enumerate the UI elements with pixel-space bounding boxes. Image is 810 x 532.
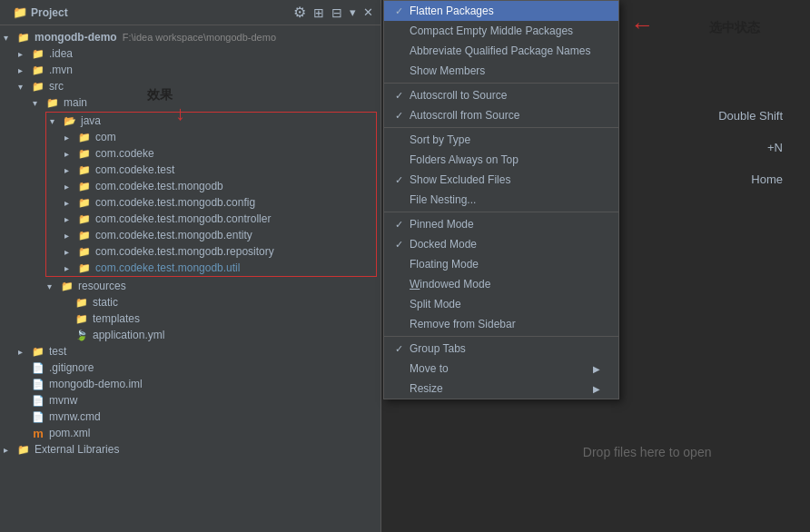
double-shift-label: Double Shift bbox=[718, 109, 783, 123]
folder-icon-main: 📁 bbox=[45, 95, 60, 110]
menu-item-file-nesting[interactable]: File Nesting... bbox=[384, 190, 618, 210]
tree-item-controller[interactable]: 📁 com.codeke.test.mongodb.controller bbox=[46, 211, 376, 227]
tree-item-com-codeke[interactable]: 📁 com.codeke bbox=[46, 145, 376, 162]
tree-item-templates[interactable]: 📁 templates bbox=[0, 310, 380, 327]
file-icon-application-yml: 🍃 bbox=[74, 328, 89, 342]
tree-item-iml[interactable]: 📄 mongodb-demo.iml bbox=[0, 376, 380, 392]
menu-separator-4 bbox=[384, 336, 618, 337]
shortcut-home: Home bbox=[718, 172, 783, 186]
tree-item-mvn[interactable]: 📁 .mvn bbox=[0, 62, 380, 78]
item-label-src: src bbox=[49, 80, 64, 93]
menu-item-docked-mode[interactable]: ✓ Docked Mode bbox=[384, 234, 618, 254]
menu-label-pinned-mode: Pinned Mode bbox=[410, 218, 600, 231]
checkmark-autoscroll-from: ✓ bbox=[395, 110, 410, 122]
menu-item-resize[interactable]: Resize ▶ bbox=[384, 379, 618, 399]
menu-item-compact-empty[interactable]: Compact Empty Middle Packages bbox=[384, 21, 618, 41]
menu-item-abbreviate[interactable]: Abbreviate Qualified Package Names bbox=[384, 41, 618, 61]
tree-item-pom[interactable]: m pom.xml bbox=[0, 425, 380, 441]
menu-item-flatten-packages[interactable]: ✓ Flatten Packages bbox=[384, 1, 618, 21]
tree-item-application-yml[interactable]: 🍃 application.yml bbox=[0, 327, 380, 343]
checkmark-docked: ✓ bbox=[395, 239, 410, 251]
menu-item-show-excluded[interactable]: ✓ Show Excluded Files bbox=[384, 170, 618, 190]
folder-icon-static: 📁 bbox=[74, 295, 89, 310]
menu-item-show-members[interactable]: Show Members bbox=[384, 61, 618, 81]
menu-item-folders-on-top[interactable]: Folders Always on Top bbox=[384, 150, 618, 170]
tree-item-mongodb[interactable]: 📁 com.codeke.test.mongodb bbox=[46, 178, 376, 194]
hide-icon[interactable]: ✕ bbox=[361, 4, 375, 21]
menu-label-file-nesting: File Nesting... bbox=[410, 193, 600, 206]
highlighted-box: 📂 java 📁 com 📁 com.codeke bbox=[45, 112, 377, 277]
menu-item-remove-sidebar[interactable]: Remove from Sidebar bbox=[384, 314, 618, 334]
menu-item-autoscroll-to[interactable]: ✓ Autoscroll to Source bbox=[384, 85, 618, 105]
item-label-application-yml: application.yml bbox=[93, 329, 164, 341]
tree-item-src[interactable]: 📁 src bbox=[0, 78, 380, 94]
tree-item-resources[interactable]: 📁 resources bbox=[0, 278, 380, 294]
tree-item-entity[interactable]: 📁 com.codeke.test.mongodb.entity bbox=[46, 227, 376, 243]
tree-item-com-codeke-test[interactable]: 📁 com.codeke.test bbox=[46, 162, 376, 178]
menu-item-floating-mode[interactable]: Floating Mode bbox=[384, 254, 618, 274]
tree-item-external-libraries[interactable]: 📁 External Libraries bbox=[0, 441, 380, 458]
item-label-external: External Libraries bbox=[35, 443, 119, 456]
shortcut-hints: Double Shift +N Home bbox=[718, 109, 783, 186]
tree-item-test[interactable]: 📁 test bbox=[0, 343, 380, 360]
folder-icon-util: 📁 bbox=[77, 261, 92, 275]
project-icon: 📁 bbox=[13, 5, 27, 19]
menu-separator-3 bbox=[384, 212, 618, 212]
menu-item-group-tabs[interactable]: ✓ Group Tabs bbox=[384, 339, 618, 359]
folder-icon-idea: 📁 bbox=[31, 46, 45, 61]
folder-icon-src: 📁 bbox=[31, 79, 45, 94]
tree-item-com[interactable]: 📁 com bbox=[46, 129, 376, 145]
file-icon-mvnw: 📄 bbox=[31, 393, 45, 408]
tree-item-repository[interactable]: 📁 com.codeke.test.mongodb.repository bbox=[46, 243, 376, 260]
arrow-java bbox=[50, 116, 63, 126]
item-label-entity: com.codeke.test.mongodb.entity bbox=[95, 229, 252, 241]
checkmark-pinned: ✓ bbox=[395, 219, 410, 231]
folder-icon-mongodb: 📁 bbox=[77, 179, 92, 193]
menu-separator-1 bbox=[384, 83, 618, 84]
arrow-src bbox=[18, 82, 31, 92]
menu-label-windowed-mode: Windowed Mode bbox=[410, 278, 600, 291]
tree-item-config[interactable]: 📁 com.codeke.test.mongodb.config bbox=[46, 194, 376, 211]
gear-menu-icon[interactable]: ▾ bbox=[348, 4, 358, 21]
settings-gear-icon[interactable]: ⚙ bbox=[291, 2, 308, 23]
menu-label-split-mode: Split Mode bbox=[410, 298, 600, 310]
tree-item-gitignore[interactable]: 📄 .gitignore bbox=[0, 360, 380, 376]
checkmark-group-tabs: ✓ bbox=[395, 343, 410, 355]
tree-item-mvnw-cmd[interactable]: 📄 mvnw.cmd bbox=[0, 409, 380, 425]
tree-item-static[interactable]: 📁 static bbox=[0, 294, 380, 310]
item-label-main: main bbox=[64, 96, 87, 109]
menu-label-autoscroll-to: Autoscroll to Source bbox=[410, 89, 600, 102]
file-icon-gitignore: 📄 bbox=[31, 360, 45, 375]
folder-icon-mvn: 📁 bbox=[31, 63, 45, 77]
root-path: F:\idea workspace\mongodb-demo bbox=[123, 32, 276, 43]
item-label-mvn: .mvn bbox=[49, 64, 73, 76]
item-label-root: mongodb-demo bbox=[35, 31, 117, 44]
expand-icon[interactable]: ⊞ bbox=[311, 4, 326, 22]
menu-item-pinned-mode[interactable]: ✓ Pinned Mode bbox=[384, 214, 618, 234]
arrow-controller bbox=[64, 214, 77, 224]
collapse-icon[interactable]: ⊟ bbox=[330, 4, 344, 22]
item-label-gitignore: .gitignore bbox=[49, 361, 94, 374]
menu-item-split-mode[interactable]: Split Mode bbox=[384, 294, 618, 314]
item-label-templates: templates bbox=[93, 312, 140, 325]
sidebar-header: 📁 Project ⚙ ⊞ ⊟ ▾ ✕ bbox=[0, 0, 380, 25]
shortcut-double-shift: Double Shift bbox=[718, 109, 783, 123]
tree-item-idea[interactable]: 📁 .idea bbox=[0, 45, 380, 62]
menu-item-autoscroll-from[interactable]: ✓ Autoscroll from Source bbox=[384, 105, 618, 125]
menu-item-windowed-mode[interactable]: Windowed Mode bbox=[384, 274, 618, 294]
item-label-pom: pom.xml bbox=[49, 427, 90, 439]
tree-item-root[interactable]: 📁 mongodb-demo F:\idea workspace\mongodb… bbox=[0, 29, 380, 45]
arrow-resources bbox=[47, 281, 60, 291]
arrow-repository bbox=[64, 247, 77, 257]
menu-item-move-to[interactable]: Move to ▶ bbox=[384, 359, 618, 379]
item-label-util: com.codeke.test.mongodb.util bbox=[95, 261, 240, 274]
tree-item-mvnw[interactable]: 📄 mvnw bbox=[0, 392, 380, 409]
item-label-java: java bbox=[81, 114, 101, 127]
folder-icon-entity: 📁 bbox=[77, 228, 92, 242]
tree-item-util[interactable]: 📁 com.codeke.test.mongodb.util bbox=[46, 260, 376, 276]
tree-item-main[interactable]: 📁 main bbox=[0, 94, 380, 111]
tree-item-java[interactable]: 📂 java bbox=[46, 113, 376, 129]
shortcut-new: +N bbox=[718, 141, 783, 154]
menu-label-group-tabs: Group Tabs bbox=[410, 342, 600, 355]
menu-item-sort-by-type[interactable]: Sort by Type bbox=[384, 130, 618, 150]
